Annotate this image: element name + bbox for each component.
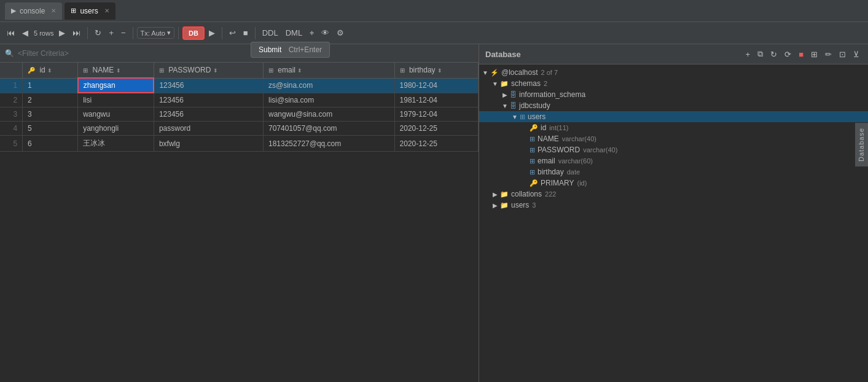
users-table-label: users: [528, 112, 545, 121]
db-submit-button[interactable]: DB: [182, 26, 205, 40]
birthday-col-icon: ⊞: [400, 67, 405, 74]
nav-next-button[interactable]: ▶: [56, 26, 68, 39]
row-email-cell[interactable]: wangwu@sina.com: [263, 107, 394, 122]
tx-label: Tx: Auto: [141, 29, 165, 37]
row-birthday-cell[interactable]: 1979-12-04: [394, 107, 478, 122]
row-password-cell[interactable]: 123456: [154, 78, 263, 93]
row-name-cell[interactable]: zhangsan: [78, 78, 154, 93]
ddl-button[interactable]: DDL: [259, 26, 281, 39]
col-birthday-type: date: [567, 168, 580, 176]
nav-prev-button[interactable]: ◀: [19, 26, 31, 39]
right-stop-button[interactable]: ■: [796, 48, 806, 60]
row-name-cell[interactable]: lisi: [78, 93, 154, 107]
row-id-cell[interactable]: 3: [23, 107, 78, 122]
row-id-cell[interactable]: 6: [23, 136, 78, 152]
col-header-password[interactable]: ⊞ PASSWORD ⬍: [154, 63, 263, 78]
settings-button[interactable]: ⚙: [334, 26, 347, 39]
row-password-cell[interactable]: bxfwlg: [154, 136, 263, 152]
undo-button[interactable]: ↩: [226, 26, 239, 39]
tree-jdbcstudy[interactable]: ▼ 🗄 jdbcstudy: [479, 100, 868, 111]
right-funnel-button[interactable]: ⊻: [851, 48, 862, 60]
nav-last-button[interactable]: ⏭: [69, 26, 84, 39]
col-header-name[interactable]: ⊞ NAME ⬍: [78, 63, 154, 78]
tab-users[interactable]: ⊞ users ✕: [65, 2, 115, 20]
database-title: Database: [485, 50, 521, 59]
row-password-cell[interactable]: 123456: [154, 93, 263, 107]
tree-col-name[interactable]: ▶ ⊞ NAME varchar(40): [479, 133, 868, 144]
right-refresh-button[interactable]: ↻: [768, 48, 780, 60]
row-name-cell[interactable]: yanghongli: [78, 122, 154, 136]
row-id-cell[interactable]: 5: [23, 122, 78, 136]
tab-console[interactable]: ▶ console ✕: [5, 2, 62, 20]
tree-users-root[interactable]: ▶ 📁 users 3: [479, 200, 868, 211]
tree-primary-key[interactable]: ▶ 🔑 PRIMARY (id): [479, 177, 868, 189]
collations-count: 222: [545, 190, 556, 198]
table-row[interactable]: 22lisi123456lisi@sina.com1981-12-04: [0, 93, 479, 107]
tree-collations[interactable]: ▶ 📁 collations 222: [479, 189, 868, 200]
right-grid-button[interactable]: ⊞: [808, 48, 820, 60]
right-edit-button[interactable]: ✏: [823, 48, 834, 60]
main-toolbar: ⏮ ◀ 5 rows ▶ ⏭ ↻ + − Tx: Auto ▾ DB ▶ ↩ ■…: [0, 22, 868, 44]
row-id-cell[interactable]: 1: [23, 78, 78, 93]
row-birthday-cell[interactable]: 1980-12-04: [394, 78, 478, 93]
refresh-button[interactable]: ↻: [92, 26, 104, 39]
table-row[interactable]: 11zhangsan123456zs@sina.com1980-12-04: [0, 78, 479, 93]
right-panel-header: Database + ⧉ ↻ ⟳ ■ ⊞ ✏ ⊡ ⊻: [479, 44, 868, 64]
database-side-tab[interactable]: Database: [855, 123, 868, 166]
col-email-sort-icon[interactable]: ⬍: [297, 68, 302, 74]
primary-key-icon: 🔑: [530, 179, 538, 187]
col-id-type: int(11): [549, 124, 568, 131]
tree-information-schema[interactable]: ▶ 🗄 information_schema: [479, 89, 868, 100]
col-header-rownum: [0, 63, 23, 78]
row-email-cell[interactable]: 707401057@qq.com: [263, 122, 394, 136]
col-password-sort-icon[interactable]: ⬍: [213, 68, 218, 74]
tree-col-birthday[interactable]: ▶ ⊞ birthday date: [479, 166, 868, 177]
col-name-sort-icon[interactable]: ⬍: [116, 68, 121, 74]
remove-row-button[interactable]: −: [118, 26, 129, 39]
data-table: 🔑 id ⬍ ⊞ NAME ⬍ ⊞ PASSWORD ⬍: [0, 63, 479, 152]
row-id-cell[interactable]: 2: [23, 93, 78, 107]
col-header-id[interactable]: 🔑 id ⬍: [23, 63, 78, 78]
row-password-cell[interactable]: password: [154, 122, 263, 136]
col-name-type: varchar(40): [562, 135, 596, 142]
right-copy-button[interactable]: ⧉: [755, 48, 765, 60]
nav-first-button[interactable]: ⏮: [4, 26, 18, 39]
right-preview-button[interactable]: ⊡: [837, 48, 848, 60]
collations-arrow-icon: ▶: [491, 191, 499, 198]
view-button[interactable]: 👁: [318, 26, 332, 39]
stop-button[interactable]: ■: [240, 26, 251, 39]
table-row[interactable]: 45yanghonglipassword707401057@qq.com2020…: [0, 122, 479, 136]
primary-key-tree-label: PRIMARY: [541, 179, 574, 187]
table-row[interactable]: 56王冰冰bxfwlg1813252727@qq.com2020-12-25: [0, 136, 479, 152]
right-add-button[interactable]: +: [743, 48, 753, 60]
row-birthday-cell[interactable]: 2020-12-25: [394, 136, 478, 152]
col-header-email[interactable]: ⊞ email ⬍: [263, 63, 394, 78]
execute-button[interactable]: ▶: [206, 26, 218, 39]
tree-col-password[interactable]: ▶ ⊞ PASSWORD varchar(40): [479, 144, 868, 155]
right-filter2-button[interactable]: ⟳: [782, 48, 794, 60]
col-header-birthday[interactable]: ⊞ birthday ⬍: [394, 63, 478, 78]
row-email-cell[interactable]: zs@sina.com: [263, 78, 394, 93]
row-birthday-cell[interactable]: 2020-12-25: [394, 122, 478, 136]
tab-console-close[interactable]: ✕: [51, 7, 56, 14]
row-password-cell[interactable]: 123456: [154, 107, 263, 122]
row-email-cell[interactable]: lisi@sina.com: [263, 93, 394, 107]
tree-col-id[interactable]: ▶ 🔑 id int(11): [479, 122, 868, 133]
row-name-cell[interactable]: wangwu: [78, 107, 154, 122]
tree-users-table[interactable]: ▼ ⊞ users: [479, 111, 868, 122]
filter-input[interactable]: [18, 49, 474, 58]
filter-icon-button[interactable]: ⌖: [307, 26, 317, 40]
col-id-sort-icon[interactable]: ⬍: [47, 68, 52, 74]
tree-col-email[interactable]: ▶ ⊞ email varchar(60): [479, 155, 868, 166]
dml-button[interactable]: DML: [283, 26, 305, 39]
tree-schemas[interactable]: ▼ 📁 schemas 2: [479, 78, 868, 89]
tree-localhost[interactable]: ▼ ⚡ @localhost 2 of 7: [479, 67, 868, 78]
add-row-button[interactable]: +: [106, 26, 117, 39]
row-email-cell[interactable]: 1813252727@qq.com: [263, 136, 394, 152]
col-birthday-sort-icon[interactable]: ⬍: [437, 68, 442, 74]
table-row[interactable]: 33wangwu123456wangwu@sina.com1979-12-04: [0, 107, 479, 122]
row-birthday-cell[interactable]: 1981-12-04: [394, 93, 478, 107]
row-name-cell[interactable]: 王冰冰: [78, 136, 154, 152]
tx-dropdown-icon[interactable]: ▾: [167, 29, 171, 37]
tab-users-close[interactable]: ✕: [104, 7, 109, 14]
